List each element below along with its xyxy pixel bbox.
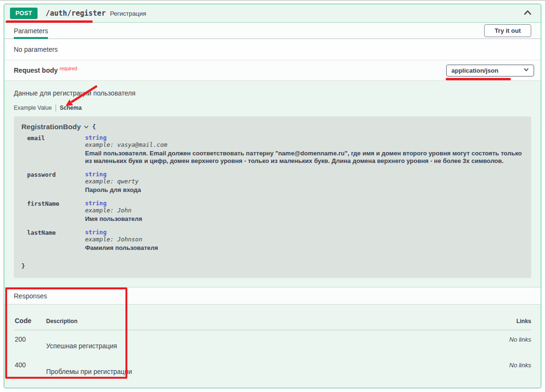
response-code: 400 (15, 361, 46, 382)
column-header-code: Code (15, 317, 46, 325)
model-field-type: string (85, 134, 524, 141)
responses-title: Responses (14, 292, 47, 300)
model-field-row: firstName string example: John Имя польз… (21, 200, 524, 223)
endpoint-path: /auth/register (46, 9, 105, 18)
content-type-value: application/json (451, 67, 498, 74)
request-body-title-wrap: Request bodyrequired (14, 66, 77, 75)
model-field-description: Фамилия пользователя (85, 244, 524, 252)
request-body-section-header: Request bodyrequired application/json (4, 60, 541, 81)
chevron-down-icon (523, 67, 529, 74)
endpoint-summary[interactable]: POST /auth/register Регистрация (4, 4, 541, 23)
no-parameters-row: No parameters (4, 39, 541, 60)
response-description-text: Успешная регистрация (46, 342, 484, 350)
model-field-type: string (85, 229, 524, 236)
model-field-name: lastName (27, 229, 85, 252)
model-field-row: email string example: vasya@mail.com Ema… (21, 134, 524, 165)
model-field-name: password (27, 171, 85, 194)
response-links: No links (484, 361, 531, 382)
chevron-down-icon[interactable] (84, 124, 89, 130)
response-description: Проблемы при регистрации (46, 361, 484, 382)
model-field-value: string example: qwerty Пароль для входа (85, 171, 524, 194)
request-body-title: Request body (14, 67, 58, 74)
chevron-up-icon (523, 9, 532, 19)
tab-divider (56, 105, 56, 112)
response-description: Успешная регистрация (46, 335, 484, 356)
column-header-description: Description (46, 318, 484, 325)
page-top-divider (0, 0, 545, 1)
tab-example-value[interactable]: Example Value (14, 105, 52, 111)
content-type-select[interactable]: application/json (446, 65, 534, 76)
response-row: 400 Проблемы при регистрации No links (14, 356, 531, 382)
no-parameters-text: No parameters (14, 46, 58, 53)
model-field-value: string example: vasya@mail.com Email пол… (85, 134, 524, 165)
model-field-row: password string example: qwerty Пароль д… (21, 171, 524, 194)
response-row: 200 Успешная регистрация No links (14, 330, 531, 356)
model-field-example: example: vasya@mail.com (85, 141, 524, 148)
model-field-type: string (85, 200, 524, 207)
model-field-name: email (27, 134, 85, 165)
model-field-example: example: qwerty (85, 178, 524, 185)
model-field-description: Имя пользователя (85, 215, 524, 223)
response-code: 200 (15, 335, 46, 356)
model-field-description: Email пользователя. Email должен соответ… (85, 150, 524, 165)
responses-table: Code Description Links 200 Успешная реги… (4, 305, 541, 382)
model-view-tabs: Example Value Schema (14, 104, 531, 112)
tab-parameters[interactable]: Parameters (14, 23, 48, 39)
response-description-text: Проблемы при регистрации (46, 368, 484, 375)
close-brace: } (21, 262, 524, 269)
parameters-section-header: Parameters Try it out (4, 23, 541, 39)
opblock-post-auth-register: POST /auth/register Регистрация Paramete… (4, 4, 541, 388)
tab-schema[interactable]: Schema (60, 105, 82, 111)
model-field-row: lastName string example: Johnson Фамилия… (21, 229, 524, 252)
responses-table-header: Code Description Links (14, 305, 531, 330)
responses-section-header: Responses (4, 287, 541, 305)
column-header-links: Links (484, 318, 531, 325)
model-title-row[interactable]: RegistrationBody { (21, 123, 524, 131)
model-field-value: string example: Johnson Фамилия пользова… (85, 229, 524, 252)
try-it-out-button[interactable]: Try it out (484, 24, 531, 37)
endpoint-description: Регистрация (110, 10, 146, 17)
request-body-description: Данные для регистрации пользователя (14, 89, 531, 97)
required-label: required (60, 66, 77, 71)
request-body-content: Данные для регистрации пользователя Exam… (4, 81, 541, 287)
model-field-value: string example: John Имя пользователя (85, 200, 524, 223)
model-title: RegistrationBody (21, 123, 81, 131)
model-field-example: example: Johnson (85, 236, 524, 243)
model-field-type: string (85, 171, 524, 178)
model-field-name: firstName (27, 200, 85, 223)
collapse-button[interactable] (523, 9, 532, 19)
response-links: No links (484, 335, 531, 356)
model-field-example: example: John (85, 207, 524, 214)
open-brace: { (92, 123, 96, 130)
method-badge: POST (10, 8, 38, 19)
schema-model-box: RegistrationBody { email string example:… (14, 116, 531, 278)
model-field-description: Пароль для входа (85, 186, 524, 194)
